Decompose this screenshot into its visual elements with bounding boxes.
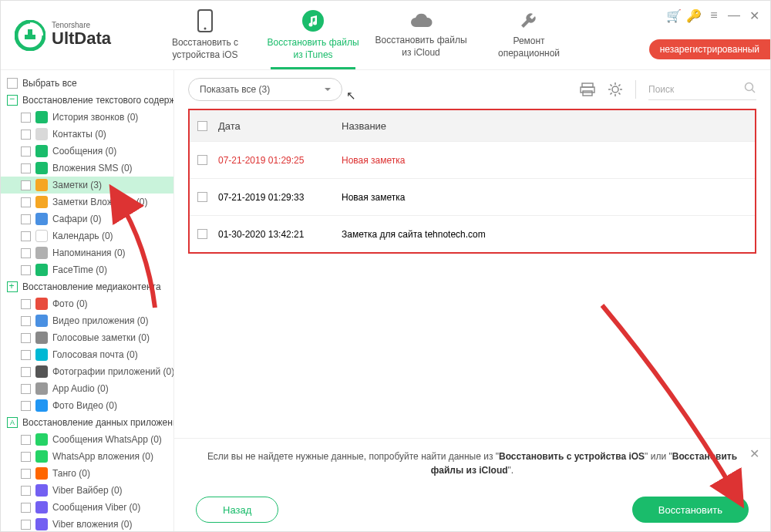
search-icon xyxy=(744,82,756,96)
sidebar-item-2-0[interactable]: Сообщения WhatsApp (0) xyxy=(1,431,173,448)
sidebar-item-0-4[interactable]: Заметки (3) xyxy=(1,177,173,194)
header: Tenorshare UltData Восстановить сустройс… xyxy=(1,1,770,70)
content: Показать все (3) Поиск Дата Название 07-… xyxy=(174,70,770,531)
logo: Tenorshare UltData xyxy=(1,20,120,51)
sidebar-item-0-8[interactable]: Напоминания (0) xyxy=(1,244,173,261)
svg-point-5 xyxy=(302,10,324,32)
sidebar-item-0-7[interactable]: Календарь (0) xyxy=(1,227,173,244)
table-header: Дата Название xyxy=(190,110,755,141)
sidebar-item-2-2[interactable]: Танго (0) xyxy=(1,465,173,482)
unregistered-banner: незарегистрированный xyxy=(649,39,770,59)
svg-rect-6 xyxy=(582,83,593,87)
svg-point-9 xyxy=(612,86,618,93)
svg-line-16 xyxy=(611,93,612,94)
table-row[interactable]: 07-21-2019 01:29:25Новая заметка xyxy=(190,141,755,178)
tab-repair[interactable]: Ремонтоперационной xyxy=(475,1,583,69)
col-date: Дата xyxy=(218,120,342,132)
print-icon[interactable] xyxy=(580,82,595,96)
toolbar: Показать все (3) Поиск xyxy=(174,70,770,109)
svg-rect-2 xyxy=(25,35,35,39)
phone-icon xyxy=(197,9,214,32)
table-row[interactable]: 07-21-2019 01:29:33Новая заметка xyxy=(190,178,755,215)
close-icon[interactable]: ✕ xyxy=(747,8,761,22)
row-checkbox[interactable] xyxy=(197,155,207,165)
recover-button[interactable]: Восстановить xyxy=(632,497,749,523)
tab-device[interactable]: Восстановить сустройства iOS xyxy=(151,1,259,69)
hint-close-icon[interactable]: ✕ xyxy=(749,445,759,463)
sidebar-item-0-5[interactable]: Заметки Вложения (0) xyxy=(1,194,173,210)
sidebar-item-0-1[interactable]: Контакты (0) xyxy=(1,126,173,143)
back-button[interactable]: Назад xyxy=(196,497,278,523)
tab-icloud[interactable]: Восстановить файлыиз iCloud xyxy=(367,1,475,69)
search-input[interactable]: Поиск xyxy=(648,79,756,100)
row-checkbox[interactable] xyxy=(197,229,207,239)
svg-rect-8 xyxy=(583,91,592,96)
cart-icon[interactable]: 🛒 xyxy=(667,8,681,22)
sidebar[interactable]: Выбрать всеВосстановление текстового сод… xyxy=(1,70,174,531)
footer: Назад Восстановить xyxy=(174,488,770,531)
row-checkbox[interactable] xyxy=(197,192,207,202)
sidebar-group-0[interactable]: Восстановление текстового содержи xyxy=(1,92,173,109)
hint-bar: ✕ Если вы не найдете нужные данные, попр… xyxy=(174,438,770,488)
key-icon[interactable]: 🔑 xyxy=(687,8,701,22)
sidebar-group-2[interactable]: AВосстановление данных приложений xyxy=(1,414,173,431)
sidebar-item-1-6[interactable]: Фото Видео (0) xyxy=(1,397,173,414)
sidebar-item-0-0[interactable]: История звонков (0) xyxy=(1,109,173,126)
itunes-icon xyxy=(301,9,325,32)
sidebar-item-0-6[interactable]: Сафари (0) xyxy=(1,210,173,227)
sidebar-item-1-3[interactable]: Голосовая почта (0) xyxy=(1,346,173,363)
sidebar-group-1[interactable]: Восстановление медиаконтента xyxy=(1,278,173,295)
sidebar-item-1-5[interactable]: App Audio (0) xyxy=(1,380,173,397)
logo-icon xyxy=(15,20,45,51)
svg-line-15 xyxy=(618,93,620,94)
sidebar-item-1-2[interactable]: Голосовые заметки (0) xyxy=(1,329,173,346)
sidebar-item-2-4[interactable]: Сообщения Viber (0) xyxy=(1,499,173,516)
table-row[interactable]: 01-30-2020 13:42:21Заметка для сайта teh… xyxy=(190,215,755,252)
svg-line-14 xyxy=(611,85,612,86)
select-all-checkbox[interactable] xyxy=(197,121,207,131)
wrench-icon xyxy=(519,11,539,31)
sidebar-item-2-5[interactable]: Viber вложения (0) xyxy=(1,516,173,531)
menu-icon[interactable]: ≡ xyxy=(707,8,721,22)
svg-point-4 xyxy=(204,27,207,29)
sidebar-item-0-9[interactable]: FaceTime (0) xyxy=(1,261,173,278)
gear-icon[interactable] xyxy=(608,82,623,97)
svg-line-19 xyxy=(752,89,755,93)
tabs: Восстановить сустройства iOS Восстановит… xyxy=(151,1,583,69)
sidebar-item-1-4[interactable]: Фотографии приложений (0) xyxy=(1,363,173,380)
sidebar-item-0-2[interactable]: Сообщения (0) xyxy=(1,143,173,160)
svg-line-17 xyxy=(618,85,620,86)
cloud-icon xyxy=(408,12,434,30)
sidebar-item-2-1[interactable]: WhatsApp вложения (0) xyxy=(1,448,173,465)
sidebar-item-1-1[interactable]: Видео приложения (0) xyxy=(1,312,173,329)
sidebar-item-2-3[interactable]: Viber Вайбер (0) xyxy=(1,482,173,499)
main: Выбрать всеВосстановление текстового сод… xyxy=(1,70,770,531)
tab-itunes[interactable]: Восстановить файлыиз iTunes xyxy=(259,1,367,69)
sidebar-item-0-3[interactable]: Вложения SMS (0) xyxy=(1,160,173,177)
col-title: Название xyxy=(342,120,386,132)
sidebar-item-1-0[interactable]: Фото (0) xyxy=(1,295,173,312)
product-label: UltData xyxy=(52,29,111,48)
sidebar-select-all[interactable]: Выбрать все xyxy=(1,75,173,92)
minimize-icon[interactable]: — xyxy=(727,8,741,22)
notes-table: Дата Название 07-21-2019 01:29:25Новая з… xyxy=(188,109,756,254)
window-controls: 🛒 🔑 ≡ — ✕ xyxy=(667,8,761,22)
filter-dropdown[interactable]: Показать все (3) xyxy=(188,78,342,101)
